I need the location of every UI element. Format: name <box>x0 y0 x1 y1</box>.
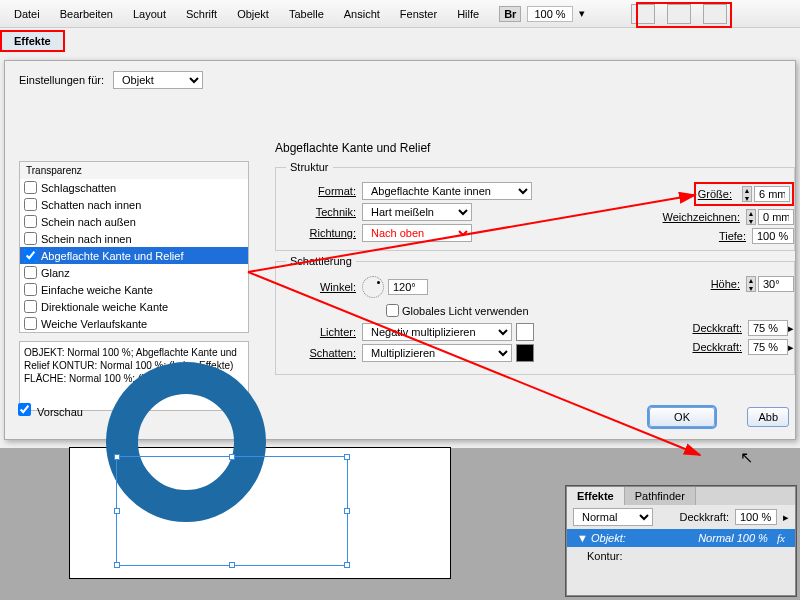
richtung-label: Richtung: <box>286 227 356 239</box>
effect-checkbox[interactable] <box>24 317 37 330</box>
spinner-icon[interactable]: ▲▼ <box>742 186 752 202</box>
schatten-label: Schatten: <box>286 347 356 359</box>
effect-checkbox[interactable] <box>24 300 37 313</box>
effects-tab[interactable]: Effekte <box>0 30 65 52</box>
effect-checkbox[interactable] <box>24 232 37 245</box>
deck2-input[interactable] <box>748 339 788 355</box>
cancel-button[interactable]: Abb <box>747 407 789 427</box>
lichter-select[interactable]: Negativ multiplizieren <box>362 323 512 341</box>
hoehe-label: Höhe: <box>650 278 740 290</box>
hoehe-input[interactable] <box>758 276 794 292</box>
effect-label: Einfache weiche Kante <box>41 284 153 296</box>
effect-item[interactable]: Abgeflachte Kante und Relief <box>20 247 248 264</box>
effect-checkbox[interactable] <box>24 266 37 279</box>
effect-checkbox[interactable] <box>24 181 37 194</box>
zoom-field[interactable]: 100 % <box>527 6 572 22</box>
panel-tab-pathfinder[interactable]: Pathfinder <box>625 487 696 505</box>
effect-label: Weiche Verlaufskante <box>41 318 147 330</box>
effects-dialog: Einstellungen für: Objekt Transparenz Sc… <box>4 60 796 440</box>
annotation-red-box-size: Größe: ▲▼ <box>694 182 794 206</box>
settings-for-label: Einstellungen für: <box>19 74 104 86</box>
global-light-label: Globales Licht verwenden <box>402 305 529 317</box>
deck1-input[interactable] <box>748 320 788 336</box>
annotation-red-box-toolbar <box>636 2 732 28</box>
menu-hilfe[interactable]: Hilfe <box>447 4 489 24</box>
winkel-input[interactable] <box>388 279 428 295</box>
blend-mode-select[interactable]: Normal <box>573 508 653 526</box>
panel-kontur-row[interactable]: Kontur: <box>567 547 795 565</box>
effect-label: Schein nach innen <box>41 233 132 245</box>
effect-label: Schlagschatten <box>41 182 116 194</box>
technik-label: Technik: <box>286 206 356 218</box>
effects-list-header: Transparenz <box>20 162 248 179</box>
panel-deck-input[interactable] <box>735 509 777 525</box>
struktur-group: Struktur Format: Abgeflachte Kante innen… <box>275 161 795 251</box>
cursor-icon: ↖ <box>740 448 753 467</box>
spinner-icon[interactable]: ▲▼ <box>746 276 756 292</box>
weich-label: Weichzeichnen: <box>650 211 740 223</box>
effects-list: Transparenz SchlagschattenSchatten nach … <box>19 161 249 333</box>
menu-tabelle[interactable]: Tabelle <box>279 4 334 24</box>
angle-dial[interactable] <box>362 276 384 298</box>
effect-label: Abgeflachte Kante und Relief <box>41 250 184 262</box>
spinner-icon[interactable]: ▲▼ <box>746 209 756 225</box>
schatten-select[interactable]: Multiplizieren <box>362 344 512 362</box>
effect-label: Glanz <box>41 267 70 279</box>
effect-item[interactable]: Schatten nach innen <box>20 196 248 213</box>
panel-object-row[interactable]: ▼ Objekt: Normal 100 % fx <box>567 529 795 547</box>
panel-title: Abgeflachte Kante und Relief <box>275 141 795 155</box>
schatt-legend: Schattierung <box>286 255 356 267</box>
selection-box[interactable] <box>116 456 348 566</box>
panel-tab-effekte[interactable]: Effekte <box>567 487 625 505</box>
menu-layout[interactable]: Layout <box>123 4 176 24</box>
panel-deck-label: Deckkraft: <box>679 511 729 523</box>
effect-item[interactable]: Einfache weiche Kante <box>20 281 248 298</box>
effect-item[interactable]: Weiche Verlaufskante <box>20 315 248 332</box>
effect-checkbox[interactable] <box>24 249 37 262</box>
effect-item[interactable]: Direktionale weiche Kante <box>20 298 248 315</box>
lichter-swatch[interactable] <box>516 323 534 341</box>
schatten-swatch[interactable] <box>516 344 534 362</box>
menu-schrift[interactable]: Schrift <box>176 4 227 24</box>
menu-ansicht[interactable]: Ansicht <box>334 4 390 24</box>
schattierung-group: Schattierung Winkel: Globales Licht verw… <box>275 255 795 375</box>
winkel-label: Winkel: <box>286 281 356 293</box>
technik-select[interactable]: Hart meißeln <box>362 203 472 221</box>
weich-input[interactable] <box>758 209 794 225</box>
canvas-area: Effekte Pathfinder Normal Deckkraft: ▸ ▼… <box>0 448 800 600</box>
effect-item[interactable]: Schlagschatten <box>20 179 248 196</box>
effect-label: Direktionale weiche Kante <box>41 301 168 313</box>
groesse-label: Größe: <box>698 188 732 200</box>
deck2-label: Deckkraft: <box>652 341 742 353</box>
preview-checkbox-label[interactable]: Vorschau <box>14 400 83 419</box>
effect-checkbox[interactable] <box>24 215 37 228</box>
effect-label: Schatten nach innen <box>41 199 141 211</box>
menu-objekt[interactable]: Objekt <box>227 4 279 24</box>
deck1-label: Deckkraft: <box>652 322 742 334</box>
menu-datei[interactable]: Datei <box>4 4 50 24</box>
format-label: Format: <box>286 185 356 197</box>
richtung-select[interactable]: Nach oben <box>362 224 472 242</box>
effect-label: Schein nach außen <box>41 216 136 228</box>
lichter-label: Lichter: <box>286 326 356 338</box>
tiefe-input[interactable] <box>752 228 794 244</box>
ok-button[interactable]: OK <box>649 407 715 427</box>
menu-fenster[interactable]: Fenster <box>390 4 447 24</box>
format-select[interactable]: Abgeflachte Kante innen <box>362 182 532 200</box>
effect-item[interactable]: Schein nach außen <box>20 213 248 230</box>
settings-for-select[interactable]: Objekt <box>113 71 203 89</box>
effect-item[interactable]: Glanz <box>20 264 248 281</box>
groesse-input[interactable] <box>754 186 790 202</box>
menu-bearbeiten[interactable]: Bearbeiten <box>50 4 123 24</box>
effect-item[interactable]: Schein nach innen <box>20 230 248 247</box>
bridge-icon[interactable]: Br <box>499 6 521 22</box>
tiefe-label: Tiefe: <box>656 230 746 242</box>
preview-checkbox[interactable] <box>18 403 31 416</box>
global-light-checkbox[interactable] <box>386 304 399 317</box>
effects-panel: Effekte Pathfinder Normal Deckkraft: ▸ ▼… <box>566 486 796 596</box>
effect-checkbox[interactable] <box>24 283 37 296</box>
document-page <box>70 448 450 578</box>
struktur-legend: Struktur <box>286 161 333 173</box>
effect-checkbox[interactable] <box>24 198 37 211</box>
